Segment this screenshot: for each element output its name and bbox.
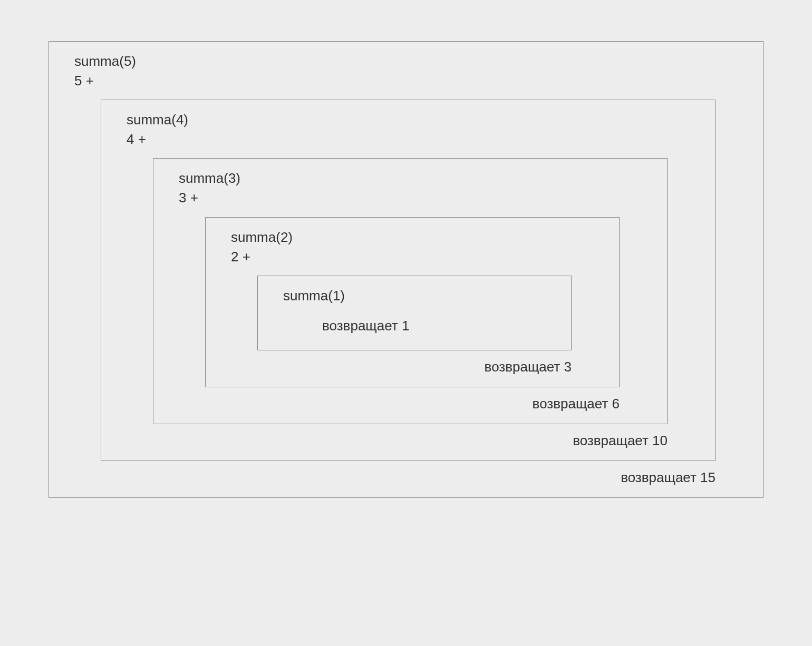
return-label: возвращает 1 <box>322 318 409 334</box>
return-label: возвращает 3 <box>231 350 572 379</box>
recursion-frame-4: summa(4) 4 + summa(3) 3 + summa(2) 2 + s… <box>101 100 716 461</box>
recursion-frame-2: summa(2) 2 + summa(1) возвращает 1 <box>205 217 620 387</box>
recursion-frame-3: summa(3) 3 + summa(2) 2 + summa(1) возвр… <box>153 158 668 424</box>
return-label: возвращает 10 <box>127 424 668 453</box>
recursion-frame-1: summa(1) возвращает 1 <box>257 276 572 350</box>
return-label: возвращает 15 <box>74 461 716 490</box>
call-label: summa(2) <box>231 228 572 247</box>
call-label: summa(4) <box>127 111 668 129</box>
addend-label: 4 + <box>127 130 668 149</box>
call-label: summa(3) <box>179 169 620 188</box>
recursion-frame-5: summa(5) 5 + summa(4) 4 + summa(3) 3 + s… <box>49 41 763 498</box>
addend-label: 5 + <box>74 72 716 90</box>
call-label: summa(1) <box>283 287 524 305</box>
addend-label: 3 + <box>179 189 620 207</box>
call-label: summa(5) <box>74 52 716 71</box>
return-label: возвращает 6 <box>179 387 620 416</box>
addend-label: 2 + <box>231 248 572 266</box>
